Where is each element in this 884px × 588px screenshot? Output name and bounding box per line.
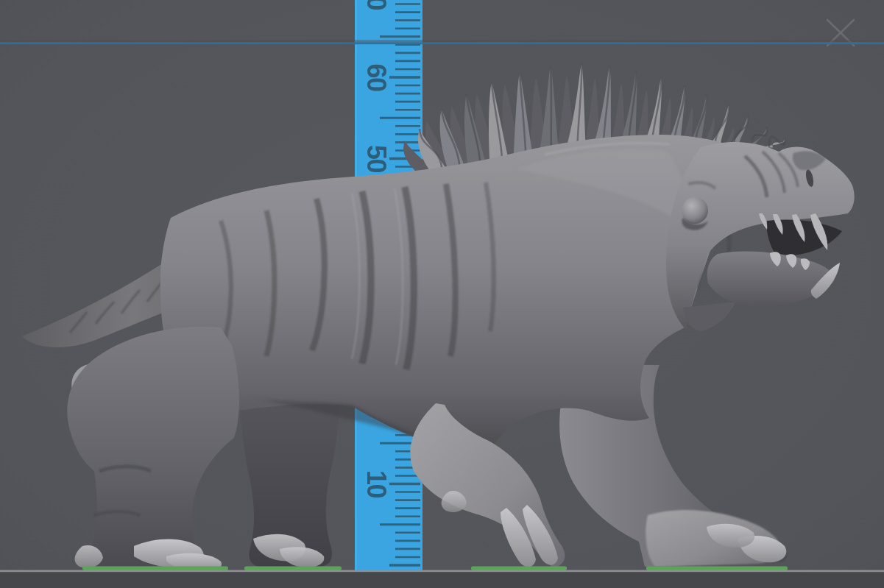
creature-ear [682,197,708,224]
guide-line-shadow [0,40,884,42]
contact-highlight [244,567,342,571]
ruler-label: 70 [361,0,392,10]
viewport-3d[interactable]: 10203040506070 [0,0,884,588]
contact-highlight [82,567,228,571]
scene-canvas: 10203040506070 [0,0,884,588]
guide-line [0,42,884,44]
ruler-label: 60 [361,63,392,91]
bottom-bar [0,572,884,588]
contact-highlight [471,567,567,571]
ruler-label: 50 [361,145,392,173]
ground-line [0,570,884,573]
contact-highlight [646,567,788,571]
ruler-label: 10 [361,470,392,498]
